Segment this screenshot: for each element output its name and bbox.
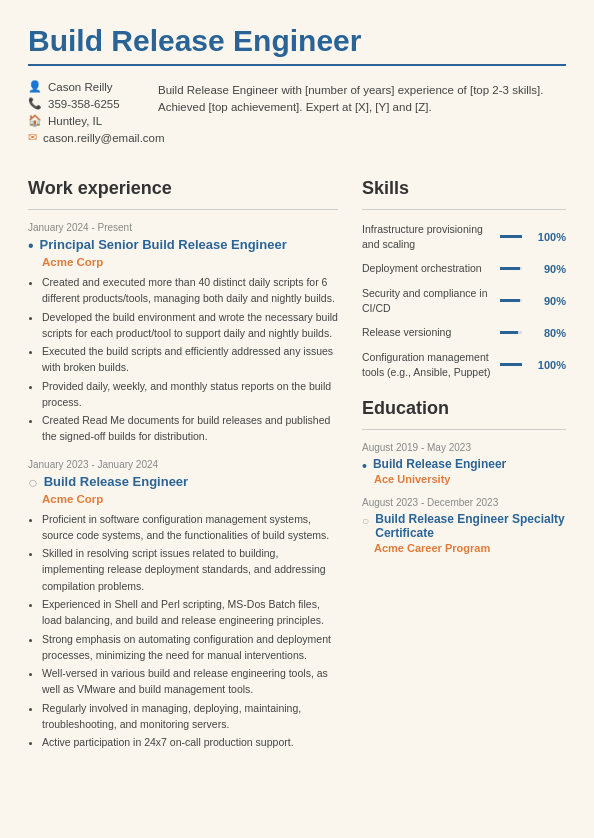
skill-percent-2: 90% [530, 263, 566, 275]
edu-entry-2: August 2023 - December 2023 ○ Build Rele… [362, 497, 566, 554]
job1-title-row: • Principal Senior Build Release Enginee… [28, 237, 338, 254]
skill-bar-3 [500, 299, 522, 302]
summary-section: Build Release Engineer with [number of y… [158, 80, 566, 160]
skill-name-4: Release versioning [362, 325, 492, 340]
edu2-title-row: ○ Build Release Engineer Specialty Certi… [362, 512, 566, 542]
skill-name-3: Security and compliance in CI/CD [362, 286, 492, 315]
bullet-filled-2: ○ [28, 475, 38, 491]
job1-title: Principal Senior Build Release Engineer [40, 237, 287, 252]
job-entry-2: January 2023 - January 2024 ○ Build Rele… [28, 459, 338, 751]
job-entry-1: January 2024 - Present • Principal Senio… [28, 222, 338, 445]
job2-company: Acme Corp [42, 493, 338, 505]
edu2-date: August 2023 - December 2023 [362, 497, 566, 508]
email-icon: ✉ [28, 131, 37, 144]
job2-bullet-5: Well-versed in various build and release… [42, 665, 338, 698]
skill-bar-1 [500, 235, 522, 238]
contact-phone: 359-358-6255 [48, 98, 120, 110]
education-divider [362, 429, 566, 430]
job2-bullet-3: Experienced in Shell and Perl scripting,… [42, 596, 338, 629]
skill-fill-1 [500, 235, 522, 238]
skill-bar-2 [500, 267, 522, 270]
edu1-bullet: • [362, 459, 367, 473]
job2-bullet-2: Skilled in resolving script issues relat… [42, 545, 338, 594]
skill-row-3: Security and compliance in CI/CD 90% [362, 286, 566, 315]
job1-date: January 2024 - Present [28, 222, 338, 233]
skill-fill-2 [500, 267, 520, 270]
job1-bullet-1: Created and executed more than 40 distin… [42, 274, 338, 307]
page-title: Build Release Engineer [28, 24, 566, 58]
contact-email: cason.reilly@email.com [43, 132, 165, 144]
edu1-title-row: • Build Release Engineer [362, 457, 566, 473]
education-section: Education August 2019 - May 2023 • Build… [362, 398, 566, 554]
skill-name-5: Configuration management tools (e.g., An… [362, 350, 492, 379]
work-experience-title: Work experience [28, 178, 338, 199]
contact-phone-row: 📞 359-358-6255 [28, 97, 158, 110]
skill-name-2: Deployment orchestration [362, 261, 492, 276]
skill-row-1: Infrastructure provisioning and scaling … [362, 222, 566, 251]
contact-location: Huntley, IL [48, 115, 102, 127]
skill-fill-5 [500, 363, 522, 366]
job1-bullet-2: Developed the build environment and wrot… [42, 309, 338, 342]
skill-bar-4 [500, 331, 522, 334]
job2-bullet-4: Strong emphasis on automating configurat… [42, 631, 338, 664]
work-experience-section: Work experience January 2024 - Present •… [28, 178, 338, 764]
person-icon: 👤 [28, 80, 42, 93]
job2-bullet-7: Active participation in 24x7 on-call pro… [42, 734, 338, 750]
job2-title: Build Release Engineer [44, 474, 189, 489]
right-column: Skills Infrastructure provisioning and s… [362, 178, 566, 764]
job1-company: Acme Corp [42, 256, 338, 268]
job2-bullet-1: Proficient in software configuration man… [42, 511, 338, 544]
contact-email-row: ✉ cason.reilly@email.com [28, 131, 158, 144]
bullet-filled-1: • [28, 238, 34, 254]
edu2-bullet: ○ [362, 515, 369, 527]
skills-divider [362, 209, 566, 210]
job2-bullet-6: Regularly involved in managing, deployin… [42, 700, 338, 733]
skill-fill-4 [500, 331, 518, 334]
edu2-title: Build Release Engineer Specialty Certifi… [375, 512, 566, 540]
skill-name-1: Infrastructure provisioning and scaling [362, 222, 492, 251]
summary-text: Build Release Engineer with [number of y… [158, 84, 543, 113]
education-title: Education [362, 398, 566, 419]
skill-row-4: Release versioning 80% [362, 325, 566, 340]
skill-percent-4: 80% [530, 327, 566, 339]
contact-name-row: 👤 Cason Reilly [28, 80, 158, 93]
skill-percent-5: 100% [530, 359, 566, 371]
skill-bar-5 [500, 363, 522, 366]
job1-bullet-3: Executed the build scripts and efficient… [42, 343, 338, 376]
header-divider [28, 64, 566, 66]
job2-title-row: ○ Build Release Engineer [28, 474, 338, 491]
edu1-title: Build Release Engineer [373, 457, 506, 471]
contact-location-row: 🏠 Huntley, IL [28, 114, 158, 127]
skill-percent-1: 100% [530, 231, 566, 243]
phone-icon: 📞 [28, 97, 42, 110]
edu2-institution: Acme Career Program [374, 542, 566, 554]
page: Build Release Engineer 👤 Cason Reilly 📞 … [0, 0, 594, 838]
skill-row-2: Deployment orchestration 90% [362, 261, 566, 276]
job2-date: January 2023 - January 2024 [28, 459, 338, 470]
job2-bullets: Proficient in software configuration man… [28, 511, 338, 751]
main-layout: Work experience January 2024 - Present •… [28, 178, 566, 764]
edu1-date: August 2019 - May 2023 [362, 442, 566, 453]
contact-section: 👤 Cason Reilly 📞 359-358-6255 🏠 Huntley,… [28, 80, 158, 144]
skill-fill-3 [500, 299, 520, 302]
job1-bullet-4: Provided daily, weekly, and monthly stat… [42, 378, 338, 411]
edu1-institution: Ace University [374, 473, 566, 485]
skill-percent-3: 90% [530, 295, 566, 307]
job1-bullet-5: Created Read Me documents for build rele… [42, 412, 338, 445]
job1-bullets: Created and executed more than 40 distin… [28, 274, 338, 445]
skills-title: Skills [362, 178, 566, 199]
location-icon: 🏠 [28, 114, 42, 127]
skills-section: Skills Infrastructure provisioning and s… [362, 178, 566, 380]
edu-entry-1: August 2019 - May 2023 • Build Release E… [362, 442, 566, 485]
skill-row-5: Configuration management tools (e.g., An… [362, 350, 566, 379]
work-divider [28, 209, 338, 210]
contact-name: Cason Reilly [48, 81, 113, 93]
